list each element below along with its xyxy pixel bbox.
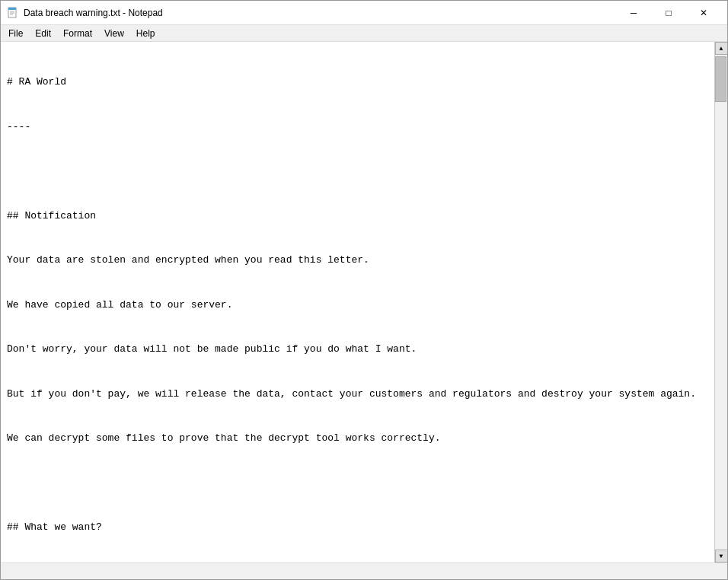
line-want-header: ## What we want? — [7, 520, 708, 535]
editor-area: # RA World ---- ## Notification Your dat… — [1, 42, 727, 562]
menu-help[interactable]: Help — [130, 25, 161, 41]
close-button[interactable]: ✕ — [686, 1, 721, 25]
window-title: Data breach warning.txt - Notepad — [24, 8, 163, 18]
line-worry: Don't worry, your data will not be made … — [7, 342, 708, 357]
text-editor[interactable]: # RA World ---- ## Notification Your dat… — [1, 42, 714, 562]
menu-bar: File Edit Format View Help — [1, 25, 727, 42]
line-blank-1 — [7, 164, 708, 179]
minimize-button[interactable]: ─ — [616, 1, 651, 25]
notepad-window: Data breach warning.txt - Notepad ─ □ ✕ … — [0, 0, 728, 580]
menu-format[interactable]: Format — [57, 25, 98, 41]
scroll-up-button[interactable]: ▲ — [715, 42, 728, 55]
notepad-icon — [7, 7, 19, 19]
title-bar-left: Data breach warning.txt - Notepad — [7, 7, 163, 19]
scroll-track[interactable] — [715, 55, 727, 550]
line-decrypt: We can decrypt some files to prove that … — [7, 431, 708, 446]
scroll-down-button[interactable]: ▼ — [715, 550, 728, 562]
scroll-thumb[interactable] — [715, 56, 726, 102]
window-controls: ─ □ ✕ — [616, 1, 721, 25]
maximize-button[interactable]: □ — [651, 1, 686, 25]
line-blank-2 — [7, 476, 708, 491]
line-2: ---- — [7, 120, 708, 135]
title-bar: Data breach warning.txt - Notepad ─ □ ✕ — [1, 1, 727, 25]
line-copied: We have copied all data to our server. — [7, 298, 708, 313]
line-notification-header: ## Notification — [7, 209, 708, 224]
scrollbar: ▲ ▼ — [714, 42, 727, 562]
status-bar — [1, 562, 727, 579]
svg-rect-1 — [8, 8, 16, 10]
menu-edit[interactable]: Edit — [29, 25, 57, 41]
menu-view[interactable]: View — [98, 25, 130, 41]
line-1: # RA World — [7, 75, 708, 90]
line-release: But if you don't pay, we will release th… — [7, 387, 708, 402]
menu-file[interactable]: File — [2, 25, 29, 41]
line-stolen: Your data are stolen and encrypted when … — [7, 253, 708, 268]
